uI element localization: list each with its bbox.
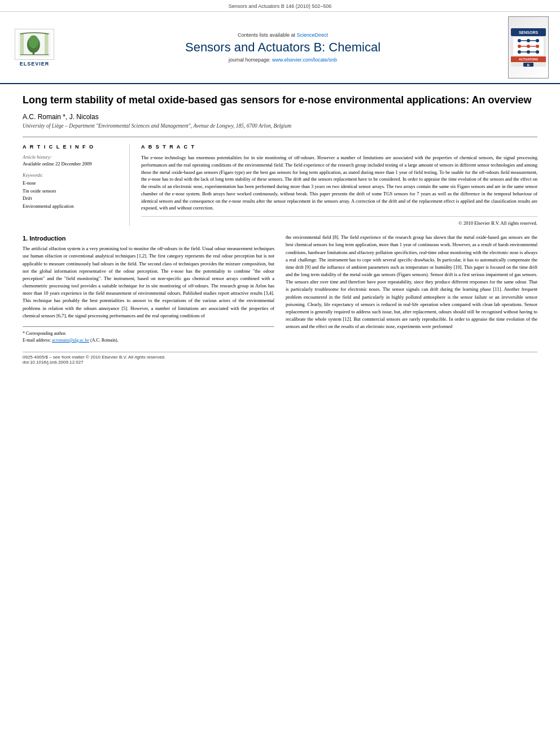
journal-homepage-line: journal homepage: www.elsevier.com/locat… [60, 57, 506, 63]
page-footer: 0925-4005/$ – see front matter © 2010 El… [23, 352, 537, 365]
sciencedirect-prefix: Contents lists available at [238, 32, 295, 38]
keyword-1: E-nose [23, 180, 121, 187]
svg-text:B: B [527, 63, 530, 67]
footnote-area: * Corresponding author. E-mail address: … [23, 326, 274, 344]
top-citation-bar: Sensors and Actuators B 146 (2010) 502–5… [0, 0, 560, 12]
svg-text:ACTUATORS: ACTUATORS [519, 58, 538, 61]
article-info-col: A R T I C L E I N F O Article history: A… [23, 144, 130, 226]
article-divider [23, 137, 537, 137]
footnote-email-suffix: (A.C. Romain). [90, 338, 119, 343]
body-col-right: the environmental field [8]. The field e… [286, 234, 537, 344]
body-text-para1: The artificial olfaction system is a ver… [23, 245, 274, 320]
sensors-logo-inner: SENSORS [508, 16, 549, 78]
abstract-col: A B S T R A C T The e-nose technology ha… [141, 144, 537, 226]
footnote-email-label: E-mail address: [23, 338, 51, 343]
footer-issn: 0925-4005/$ – see front matter © 2010 El… [23, 355, 537, 360]
journal-header: ELSEVIER Contents lists available at Sci… [0, 12, 560, 84]
sensors-logo-box: SENSORS [506, 16, 551, 78]
keyword-4: Environmental application [23, 203, 121, 211]
svg-point-18 [536, 45, 539, 48]
body-col-left: 1. Introduction The artificial olfaction… [23, 234, 274, 344]
svg-point-16 [518, 45, 521, 48]
elsevier-logo-box [15, 29, 54, 60]
article-history-value: Available online 22 December 2009 [23, 161, 121, 167]
svg-rect-1 [20, 34, 24, 55]
article-title: Long term stability of metal oxide-based… [23, 93, 537, 107]
svg-point-13 [536, 39, 539, 42]
svg-point-17 [527, 45, 530, 48]
body-text-para2: the environmental field [8]. The field e… [286, 234, 537, 330]
homepage-label: journal homepage: [229, 57, 271, 63]
svg-point-22 [527, 50, 530, 54]
footnote-email-link[interactable]: acromain@ulg.ac.be [52, 338, 89, 343]
section-1-heading: 1. Introduction [23, 235, 274, 242]
footnote-corresponding: * Corresponding author. [23, 330, 274, 337]
abstract-text: The e-nose technology has enormous poten… [141, 154, 537, 212]
footer-doi: doi:10.1016/j.snb.2009.12.027 [23, 360, 537, 365]
article-history-label: Article history: [23, 154, 121, 160]
article-affiliation: University of Liège – Department "Enviro… [23, 123, 537, 129]
svg-point-12 [527, 39, 530, 42]
svg-point-21 [518, 50, 521, 54]
svg-point-23 [536, 50, 539, 54]
keyword-2: Tin oxide sensors [23, 187, 121, 195]
svg-rect-5 [45, 34, 49, 55]
body-columns: 1. Introduction The artificial olfaction… [23, 234, 537, 344]
elsevier-logo: ELSEVIER [9, 29, 60, 67]
page-wrapper: Sensors and Actuators B 146 (2010) 502–5… [0, 0, 560, 747]
article-columns: A R T I C L E I N F O Article history: A… [23, 144, 537, 226]
top-citation-text: Sensors and Actuators B 146 (2010) 502–5… [229, 3, 332, 9]
svg-point-11 [518, 39, 521, 42]
copyright-line: © 2010 Elsevier B.V. All rights reserved… [141, 216, 537, 226]
svg-text:SENSORS: SENSORS [519, 30, 539, 34]
elsevier-label-text: ELSEVIER [20, 61, 50, 67]
journal-title-center: Contents lists available at ScienceDirec… [60, 32, 506, 63]
sensors-logo-graphic: SENSORS [511, 28, 546, 67]
journal-homepage-link[interactable]: www.elsevier.com/locate/snb [272, 57, 337, 63]
article-info-section-title: A R T I C L E I N F O [23, 144, 121, 150]
article-authors: A.C. Romain *, J. Nicolas [23, 113, 537, 121]
elsevier-tree-icon [18, 32, 51, 57]
sciencedirect-line: Contents lists available at ScienceDirec… [60, 32, 506, 38]
footnote-email-line: E-mail address: acromain@ulg.ac.be (A.C.… [23, 337, 274, 344]
keywords-list: E-nose Tin oxide sensors Drift Environme… [23, 180, 121, 210]
sciencedirect-link[interactable]: ScienceDirect [297, 32, 329, 38]
journal-main-title: Sensors and Actuators B: Chemical [60, 40, 506, 55]
keywords-label: Keywords: [23, 172, 121, 178]
svg-point-4 [28, 35, 38, 48]
keyword-3: Drift [23, 195, 121, 203]
abstract-section-title: A B S T R A C T [141, 144, 537, 150]
article-content: Long term stability of metal oxide-based… [0, 84, 560, 374]
